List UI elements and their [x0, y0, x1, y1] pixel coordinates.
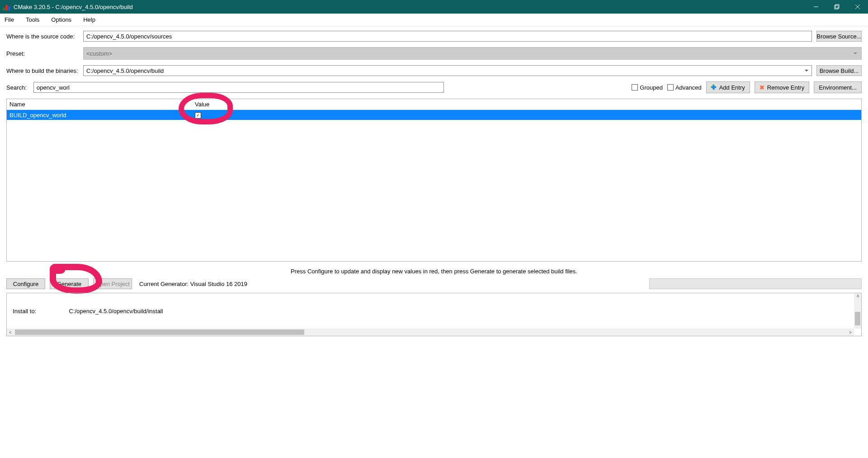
progress-bar — [649, 278, 862, 289]
close-button[interactable] — [847, 0, 868, 14]
vertical-scrollbar[interactable]: ∧ — [854, 293, 861, 329]
plus-icon — [711, 84, 717, 91]
grouped-checkbox[interactable]: Grouped — [632, 84, 663, 91]
generate-button[interactable]: Generate — [50, 278, 89, 289]
menu-bar: File Tools Options Help — [0, 14, 868, 26]
svg-rect-2 — [835, 5, 839, 8]
output-log[interactable]: Install to: C:/opencv_4.5.0/opencv/build… — [6, 293, 862, 336]
browse-build-button[interactable]: Browse Build... — [816, 65, 862, 76]
cache-table[interactable]: Name Value BUILD_opencv_world — [6, 99, 862, 262]
window-title: CMake 3.20.5 - C:/opencv_4.5.0/opencv/bu… — [14, 4, 806, 10]
svg-rect-1 — [835, 5, 838, 9]
open-project-button[interactable]: Open Project — [93, 278, 132, 289]
search-input[interactable] — [33, 82, 444, 93]
col-name[interactable]: Name — [7, 101, 192, 108]
source-label: Where is the source code: — [6, 33, 79, 40]
maximize-button[interactable] — [826, 0, 847, 14]
minimize-button[interactable] — [806, 0, 826, 14]
add-entry-button[interactable]: Add Entry — [706, 81, 750, 93]
advanced-checkbox[interactable]: Advanced — [667, 84, 702, 91]
app-icon — [3, 3, 11, 10]
menu-tools[interactable]: Tools — [26, 16, 39, 23]
preset-label: Preset: — [6, 50, 79, 57]
browse-source-button[interactable]: Browse Source... — [816, 31, 862, 42]
configure-button[interactable]: Configure — [6, 278, 45, 289]
menu-file[interactable]: File — [5, 16, 14, 23]
row-checkbox[interactable] — [195, 112, 201, 119]
col-value[interactable]: Value — [192, 101, 209, 108]
search-label: Search: — [6, 84, 29, 91]
table-row[interactable]: BUILD_opencv_world — [7, 110, 861, 120]
source-input[interactable] — [83, 31, 812, 42]
horizontal-scrollbar[interactable]: <> — [7, 329, 854, 336]
row-name: BUILD_opencv_world — [7, 112, 192, 119]
delete-icon — [760, 84, 764, 91]
remove-entry-button[interactable]: Remove Entry — [755, 81, 809, 93]
title-bar: CMake 3.20.5 - C:/opencv_4.5.0/opencv/bu… — [0, 0, 868, 14]
build-label: Where to build the binaries: — [6, 67, 79, 74]
generator-text: Current Generator: Visual Studio 16 2019 — [139, 281, 247, 287]
menu-help[interactable]: Help — [83, 16, 95, 23]
preset-select[interactable]: <custom> — [83, 47, 862, 60]
build-input[interactable] — [83, 65, 812, 76]
menu-options[interactable]: Options — [51, 16, 71, 23]
environment-button[interactable]: Environment... — [814, 81, 862, 93]
hint-text: Press Configure to update and display ne… — [6, 268, 862, 275]
